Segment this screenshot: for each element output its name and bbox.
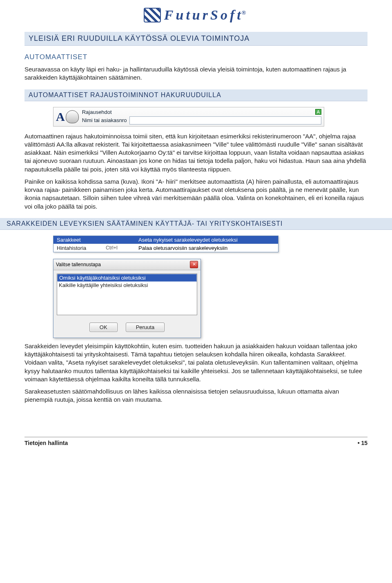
footer-title: Tietojen hallinta [24, 440, 68, 446]
dialog-option-list[interactable]: Omiksi käyttäjäkohtaisiksi oletuksiksi K… [57, 274, 197, 315]
logo-flag-icon [144, 8, 161, 22]
dialog-title: Valitse tallennustapa [56, 262, 101, 267]
filter-input[interactable] [129, 116, 322, 125]
sarakkeet-paragraph-1: Sarakkeiden leveydet yleisimpiin käyttök… [24, 342, 368, 383]
close-icon[interactable]: ✕ [190, 261, 198, 268]
page-footer: Tietojen hallinta • 15 [24, 437, 368, 446]
auto-indicator-badge: A [315, 109, 321, 115]
section-rajaustoiminnot-title: AUTOMAATTISET RAJAUSTOIMINNOT HAKURUUDUI… [24, 89, 368, 101]
filter-label-rajausehdot: Rajausehdot [82, 109, 112, 115]
dialog-option-shared[interactable]: Kaikille käyttäjille yhteisiksi oletuksi… [57, 282, 197, 289]
page-title: YLEISIÄ ERI RUUDUILLA KÄYTÖSSÄ OLEVIA TO… [24, 32, 368, 46]
cancel-button[interactable]: Peruuta [126, 323, 165, 332]
header-logo: FuturSoft® [0, 0, 392, 28]
ok-button[interactable]: OK [89, 323, 118, 332]
section-automaattiset-text: Seuraavassa on käyty läpi eri haku- ja h… [24, 65, 368, 82]
rajaus-paragraph-2: Painike on kaikissa kohdissa sama (kuva)… [24, 178, 368, 211]
filter-toolbar-screenshot: A Rajausehdot A Nimi tai asiakasnro [53, 107, 324, 127]
dialog-option-own[interactable]: Omiksi käyttäjäkohtaisiksi oletuksiksi [57, 274, 197, 282]
section-automaattiset-title: AUTOMAATTISET [24, 53, 368, 61]
page-number: 15 [361, 440, 368, 446]
section-sarakkeet-title: SARAKKEIDEN LEVEYKSIEN SÄÄTÄMINEN KÄYTTÄ… [0, 218, 392, 230]
brand-name: FuturSoft® [164, 7, 248, 23]
menu-item-sarakkeet[interactable]: Sarakkeet Aseta nykyiset sarakeleveydet … [53, 236, 278, 244]
rajaus-paragraph-1: Automaattinen rajaus hakutoiminnoissa to… [24, 132, 368, 174]
context-menu-screenshot: Sarakkeet Aseta nykyiset sarakeleveydet … [53, 236, 278, 252]
auto-filter-icon[interactable]: A [56, 110, 79, 124]
menu-item-hintahistoria[interactable]: Hintahistoria Ctrl+I Palaa oletusarvoisi… [53, 244, 278, 252]
filter-label-nimi: Nimi tai asiakasnro [82, 117, 127, 123]
sarakkeet-paragraph-2: Sarakeasetusten säätömahdollisuus on läh… [24, 387, 368, 404]
save-mode-dialog: Valitse tallennustapa ✕ Omiksi käyttäjäk… [53, 259, 201, 338]
mouse-icon [66, 110, 79, 123]
